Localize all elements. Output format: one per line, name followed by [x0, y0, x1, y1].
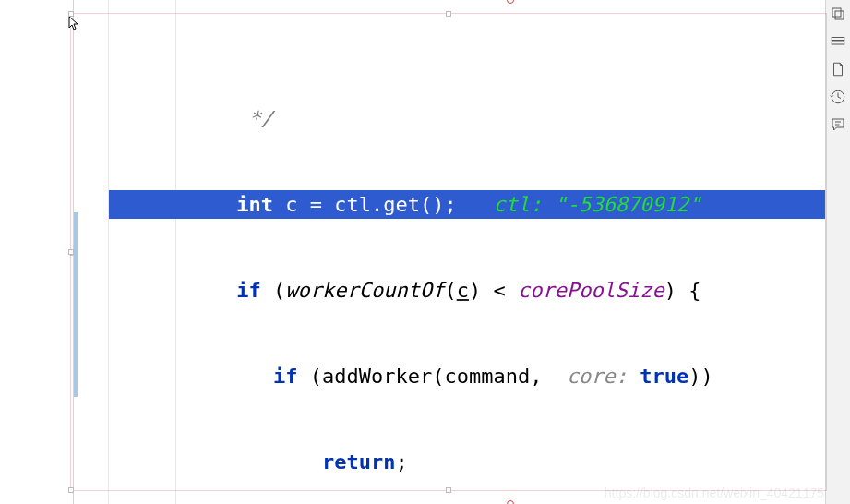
editor[interactable]: */ int c = ctl.get(); ctl: "-536870912" … — [0, 0, 825, 504]
resize-handle-bottom[interactable] — [507, 500, 514, 504]
change-marker — [74, 212, 78, 397]
history-icon[interactable] — [828, 85, 848, 109]
svg-rect-3 — [832, 42, 844, 44]
indent-guide — [175, 0, 176, 504]
code-line: return; — [109, 448, 835, 476]
gutter-line-numbers[interactable] — [74, 0, 109, 504]
stack-icon[interactable] — [828, 2, 848, 26]
comment-icon[interactable] — [828, 113, 848, 137]
mouse-cursor-icon — [68, 16, 79, 30]
inline-hint: core: — [567, 365, 628, 388]
svg-rect-0 — [832, 8, 841, 17]
comment-end: */ — [248, 107, 273, 130]
gutter-breakpoints[interactable] — [0, 0, 74, 504]
code-line: if (addWorker(command, core: true)) — [109, 362, 835, 390]
inline-hint-value: ctl: "-536870912" — [493, 193, 700, 216]
layers-icon[interactable] — [828, 30, 848, 54]
page-icon[interactable] — [828, 57, 848, 81]
svg-rect-1 — [835, 11, 844, 19]
code-line: */ — [109, 104, 835, 133]
right-toolbar — [825, 0, 850, 504]
code-line: if (workerCountOf(c) < corePoolSize) { — [109, 276, 835, 305]
code-line-selected: int c = ctl.get(); ctl: "-536870912" — [109, 190, 835, 219]
code-area[interactable]: */ int c = ctl.get(); ctl: "-536870912" … — [109, 0, 835, 504]
svg-rect-2 — [832, 38, 844, 41]
